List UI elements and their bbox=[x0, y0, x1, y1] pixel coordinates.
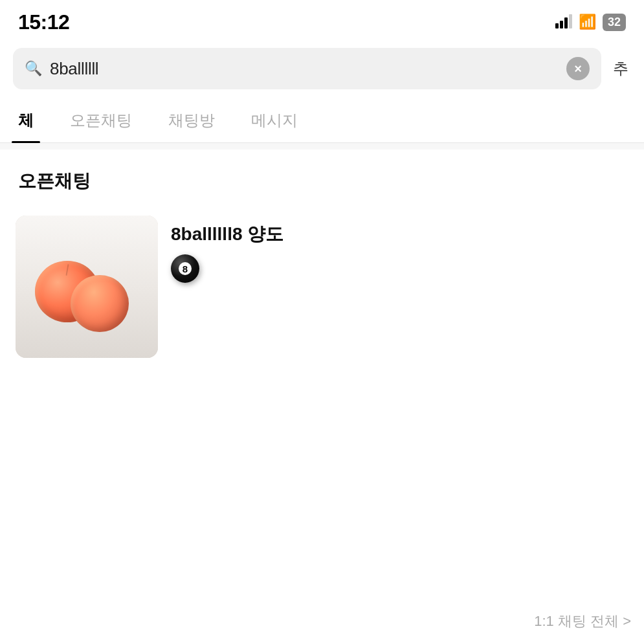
cancel-button[interactable]: 추 bbox=[610, 58, 631, 79]
bottom-hint[interactable]: 1:1 채팅 전체 > bbox=[534, 612, 631, 631]
chat-icon-row bbox=[171, 254, 628, 283]
battery-badge: 32 bbox=[603, 14, 626, 31]
search-area: 🔍 8ballllll × 추 bbox=[0, 39, 644, 98]
status-icons: 📶 32 bbox=[555, 14, 626, 31]
search-icon: 🔍 bbox=[25, 60, 42, 77]
tab-chat-room[interactable]: 채팅방 bbox=[150, 98, 233, 142]
chat-thumbnail bbox=[16, 216, 158, 358]
search-box[interactable]: 🔍 8ballllll × bbox=[13, 48, 601, 89]
chat-info: 8ballllll8 양도 bbox=[171, 216, 628, 283]
tabs-container: 체 오픈채팅 채팅방 메시지 bbox=[0, 98, 644, 143]
peach-image bbox=[16, 216, 158, 358]
chat-name: 8ballllll8 양도 bbox=[171, 222, 628, 247]
tab-all[interactable]: 체 bbox=[0, 98, 52, 142]
status-time: 15:12 bbox=[18, 10, 69, 34]
wifi-icon: 📶 bbox=[579, 14, 596, 30]
tab-open-chat[interactable]: 오픈채팅 bbox=[52, 98, 150, 142]
tab-message[interactable]: 메시지 bbox=[233, 98, 316, 142]
section-divider bbox=[0, 143, 644, 150]
eight-ball-icon bbox=[171, 254, 199, 283]
peach-2 bbox=[71, 275, 129, 332]
signal-icon bbox=[555, 16, 572, 28]
clear-icon: × bbox=[574, 62, 582, 75]
status-bar: 15:12 📶 32 bbox=[0, 0, 644, 39]
clear-button[interactable]: × bbox=[566, 57, 590, 80]
search-input-text: 8ballllll bbox=[50, 59, 559, 79]
section-title-open-chat: 오픈채팅 bbox=[0, 150, 644, 204]
chat-item[interactable]: 8ballllll8 양도 bbox=[0, 204, 644, 370]
